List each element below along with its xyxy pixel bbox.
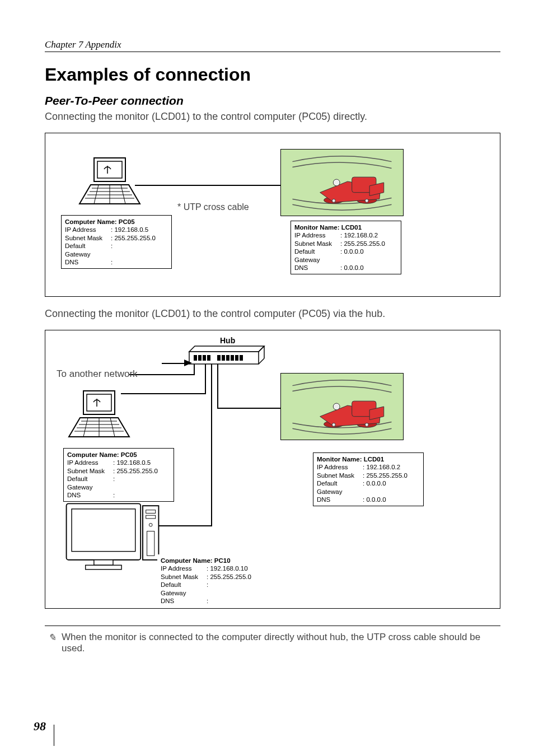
pencil-icon: ✎	[48, 632, 58, 654]
svg-rect-53	[86, 565, 121, 570]
page-side-bar	[53, 725, 55, 746]
lcd01-dns-v-1: : 0.0.0.0	[340, 264, 364, 272]
footnote-text: When the monitor is connected to the com…	[62, 632, 500, 654]
svg-rect-1	[97, 161, 122, 178]
svg-rect-24	[203, 355, 206, 361]
pc05-ip-v: : 192.168.0.5	[111, 226, 148, 234]
pc05-ip-k: IP Address	[65, 226, 111, 234]
intro-text-2: Connecting the monitor (LCD01) to the co…	[45, 308, 500, 320]
pc05-title: Computer Name: PC05	[65, 218, 168, 226]
footnote-rule	[45, 626, 500, 626]
lcd01-info-box-2: Monitor Name: LCD01 IP Address: 192.168.…	[313, 452, 424, 506]
lcd01-gw-k-1: Default Gateway	[294, 248, 340, 264]
svg-rect-29	[231, 355, 234, 361]
hub-label: Hub	[220, 336, 235, 345]
to-network-label: To another network	[57, 368, 138, 380]
svg-rect-30	[235, 355, 238, 361]
lcd01-title-1: Monitor Name: LCD01	[294, 223, 397, 231]
pc05-gw-v: :	[111, 242, 113, 258]
svg-rect-34	[87, 394, 111, 411]
pc05-info-box: Computer Name: PC05 IP Address: 192.168.…	[61, 215, 172, 269]
hub-icon	[188, 345, 265, 365]
chapter-header: Chapter 7 Appendix	[45, 39, 500, 52]
footnote: ✎ When the monitor is connected to the c…	[45, 632, 500, 654]
pc05-sm-k: Subnet Mask	[65, 234, 111, 242]
svg-rect-22	[194, 355, 197, 361]
pc05-info-box-2: Computer Name: PC05 IP Address: 192.168.…	[63, 448, 174, 502]
intro-text-1: Connecting the monitor (LCD01) to the co…	[45, 111, 500, 123]
svg-point-16	[333, 179, 340, 186]
laptop-icon-2	[65, 389, 133, 440]
svg-marker-17	[189, 346, 264, 352]
pc05-gw-k: Default Gateway	[65, 242, 111, 258]
svg-rect-25	[207, 355, 210, 361]
arrow-icon	[184, 358, 193, 367]
page-title: Examples of connection	[45, 64, 500, 85]
svg-rect-51	[72, 509, 135, 552]
lcd01-ip-v-1: : 192.168.0.2	[340, 231, 378, 239]
svg-rect-55	[146, 510, 156, 514]
svg-point-15	[365, 199, 368, 203]
lcd01-sm-v-1: : 255.255.255.0	[340, 240, 385, 248]
svg-point-49	[333, 403, 340, 410]
lcd01-gw-v-1: : 0.0.0.0	[340, 248, 364, 264]
monitor-screen-icon-2	[280, 373, 404, 440]
pc05-sm-v: : 255.255.255.0	[111, 234, 156, 242]
diagram-hub: Hub To another network	[45, 330, 500, 609]
monitor-screen-icon	[280, 149, 404, 216]
svg-rect-27	[222, 355, 225, 361]
desktop-icon	[62, 498, 163, 577]
pc05-dns-v: :	[111, 258, 113, 266]
svg-point-47	[332, 423, 335, 427]
lcd01-dns-k-1: DNS	[294, 264, 340, 272]
svg-line-20	[259, 358, 264, 364]
page-number: 98	[34, 719, 46, 734]
svg-rect-56	[146, 515, 156, 519]
lcd01-ip-k-1: IP Address	[294, 231, 340, 239]
pc10-title: Computer Name: PC10	[161, 557, 269, 564]
pc05-title-2: Computer Name: PC05	[67, 451, 170, 459]
svg-rect-52	[94, 560, 113, 565]
svg-rect-23	[198, 355, 202, 361]
svg-rect-28	[226, 355, 229, 361]
pc05-dns-k: DNS	[65, 258, 111, 266]
laptop-icon	[76, 156, 143, 207]
svg-rect-26	[217, 355, 221, 361]
svg-point-48	[365, 423, 368, 427]
svg-rect-31	[240, 355, 243, 361]
pc10-info-box: Computer Name: PC10 IP Address: 192.168.…	[157, 554, 273, 607]
svg-rect-58	[147, 531, 154, 556]
lcd01-sm-k-1: Subnet Mask	[294, 240, 340, 248]
lcd01-info-box-1: Monitor Name: LCD01 IP Address: 192.168.…	[291, 221, 401, 274]
diagram-peer-to-peer: * UTP cross cable Computer Name:	[45, 133, 500, 297]
cable-label: * UTP cross cable	[177, 202, 249, 212]
section-subtitle: Peer-To-Peer connection	[45, 94, 500, 108]
lcd01-title-2: Monitor Name: LCD01	[317, 455, 420, 463]
svg-point-14	[332, 199, 335, 203]
svg-marker-32	[184, 360, 192, 366]
